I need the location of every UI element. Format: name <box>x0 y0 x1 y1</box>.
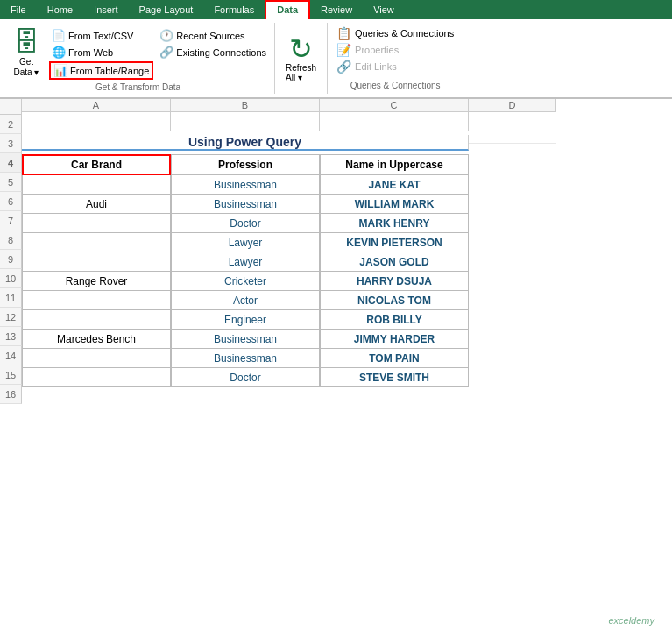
col-header-b: B <box>171 99 320 112</box>
tab-view[interactable]: View <box>363 0 405 19</box>
row-10: 10 <box>0 269 22 288</box>
car-brand-cell <box>22 310 171 330</box>
table-row: Range RoverCricketerHARRY DSUJA <box>22 272 672 291</box>
name-cell: JIMMY HARDER <box>320 330 469 349</box>
car-brand-cell: Audi <box>22 195 171 214</box>
recent-sources-button[interactable]: 🕐 Recent Sources <box>157 28 269 43</box>
database-icon: 🗄 <box>13 27 39 57</box>
properties-icon: 📝 <box>336 43 351 57</box>
car-brand-cell: Range Rover <box>22 272 171 291</box>
recent-existing-buttons: 🕐 Recent Sources 🔗 Existing Connections <box>157 25 269 60</box>
spreadsheet-area: 2 3 4 5 6 7 8 9 10 11 12 13 14 15 16 A B… <box>0 99 672 404</box>
row-16: 16 <box>0 385 22 404</box>
col-header-d: D <box>469 99 556 112</box>
from-text-csv-button[interactable]: 📄 From Text/CSV <box>49 28 153 43</box>
get-transform-group-label: Get & Transform Data <box>95 81 180 94</box>
profession-cell: Engineer <box>171 310 320 330</box>
get-data-button[interactable]: 🗄 GetData ▾ <box>7 25 46 81</box>
car-brand-cell <box>22 349 171 368</box>
recent-icon: 🕐 <box>159 29 173 42</box>
edit-links-button: 🔗 Edit Links <box>336 60 454 74</box>
col-header-row: A B C D <box>22 99 672 112</box>
name-cell: HARRY DSUJA <box>320 272 469 291</box>
row-2: 2 <box>0 115 22 134</box>
table-row: LawyerJASON GOLD <box>22 252 672 272</box>
text-csv-icon: 📄 <box>52 29 66 42</box>
car-brand-cell: Marcedes Bench <box>22 330 171 349</box>
web-icon: 🌐 <box>52 46 66 59</box>
name-cell: TOM PAIN <box>320 349 469 368</box>
table-row: AudiBusinessmanWILLIAM MARK <box>22 195 672 214</box>
refresh-label: RefreshAll ▾ <box>286 63 316 82</box>
row-3: 3 <box>0 134 22 153</box>
tab-page-layout[interactable]: Page Layout <box>129 0 204 19</box>
queries-connections-button[interactable]: 📋 Queries & Connections <box>336 26 454 40</box>
get-data-group: 🗄 GetData ▾ 📄 From Text/CSV 🌐 From Web 📊 <box>0 23 275 94</box>
col-header-c: C <box>320 99 469 112</box>
row-4-headers: Car Brand Profession Name in Uppercase <box>22 154 672 175</box>
properties-button: 📝 Properties <box>336 43 454 57</box>
profession-cell: Actor <box>171 291 320 310</box>
car-brand-cell <box>22 368 171 387</box>
name-cell: STEVE SMITH <box>320 368 469 387</box>
queries-icon: 📋 <box>336 26 351 40</box>
queries-group-label: Queries & Connections <box>336 81 454 90</box>
row-8: 8 <box>0 230 22 250</box>
car-brand-cell <box>22 233 171 252</box>
row-15: 15 <box>0 365 22 385</box>
existing-connections-button[interactable]: 🔗 Existing Connections <box>157 45 269 60</box>
profession-cell: Businessman <box>171 195 320 214</box>
from-table-range-button[interactable]: 📊 From Table/Range <box>49 61 153 80</box>
table-row: Marcedes BenchBusinessmanJIMMY HARDER <box>22 330 672 349</box>
tab-home[interactable]: Home <box>37 0 83 19</box>
profession-cell: Doctor <box>171 368 320 387</box>
row-4: 4 <box>0 153 22 173</box>
edit-links-icon: 🔗 <box>336 60 351 74</box>
tab-data[interactable]: Data <box>265 0 310 19</box>
profession-cell: Businessman <box>171 330 320 349</box>
profession-cell: Lawyer <box>171 233 320 252</box>
name-cell: JANE KAT <box>320 175 469 195</box>
row-6: 6 <box>0 192 22 211</box>
table-row: DoctorSTEVE SMITH <box>22 368 672 387</box>
name-cell: ROB BILLY <box>320 310 469 330</box>
table-row: ActorNICOLAS TOM <box>22 291 672 310</box>
car-brand-cell <box>22 214 171 233</box>
tab-file[interactable]: File <box>0 0 37 19</box>
table-row: EngineerROB BILLY <box>22 310 672 330</box>
col-header-name: Name in Uppercase <box>320 154 469 175</box>
row-11: 11 <box>0 288 22 308</box>
refresh-icon: ↻ <box>289 35 313 63</box>
from-web-button[interactable]: 🌐 From Web <box>49 45 153 60</box>
spreadsheet-title: Using Power Query <box>22 135 469 151</box>
sheet-content: A B C D Using Power Query Car Brand Prof… <box>22 99 672 404</box>
row-9: 9 <box>0 250 22 269</box>
tab-formulas[interactable]: Formulas <box>203 0 265 19</box>
transform-buttons: 📄 From Text/CSV 🌐 From Web 📊 From Table/… <box>49 25 153 80</box>
connections-icon: 🔗 <box>159 46 173 59</box>
car-brand-cell <box>22 252 171 272</box>
ribbon-tabs: File Home Insert Page Layout Formulas Da… <box>0 0 672 19</box>
table-data-rows: BusinessmanJANE KATAudiBusinessmanWILLIA… <box>22 175 672 387</box>
row-14: 14 <box>0 346 22 365</box>
refresh-all-button[interactable]: ↻ RefreshAll ▾ <box>286 25 316 92</box>
queries-connections-group: 📋 Queries & Connections 📝 Properties 🔗 E… <box>328 23 463 94</box>
col-header-a: A <box>22 99 171 112</box>
profession-cell: Lawyer <box>171 252 320 272</box>
table-row: LawyerKEVIN PIETERSON <box>22 233 672 252</box>
tab-review[interactable]: Review <box>310 0 363 19</box>
row-numbers: 2 3 4 5 6 7 8 9 10 11 12 13 14 15 16 <box>0 99 22 404</box>
table-row: DoctorMARK HENRY <box>22 214 672 233</box>
row-5: 5 <box>0 173 22 192</box>
tab-insert[interactable]: Insert <box>83 0 129 19</box>
col-header-car-brand: Car Brand <box>22 154 171 175</box>
watermark: exceldemy <box>608 614 654 627</box>
refresh-group: ↻ RefreshAll ▾ <box>275 23 328 94</box>
row-7: 7 <box>0 211 22 230</box>
row-2-content <box>22 112 672 131</box>
name-cell: MARK HENRY <box>320 214 469 233</box>
name-cell: JASON GOLD <box>320 252 469 272</box>
car-brand-cell <box>22 175 171 195</box>
profession-cell: Cricketer <box>171 272 320 291</box>
table-row: BusinessmanJANE KAT <box>22 175 672 195</box>
